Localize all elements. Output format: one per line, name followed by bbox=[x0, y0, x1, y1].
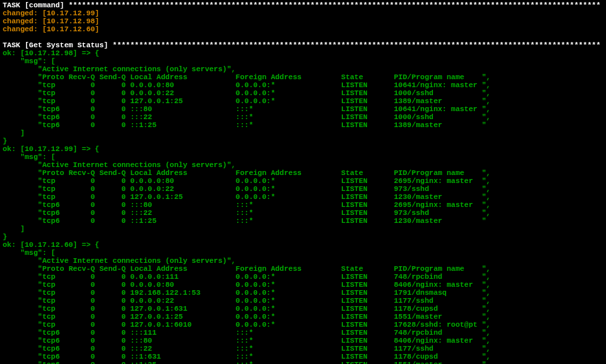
ok-host-line: ok: [10.17.12.60] => { bbox=[3, 241, 99, 249]
msg-close: ] bbox=[3, 225, 25, 233]
ok-host-line: ok: [10.17.12.98] => { bbox=[3, 49, 99, 57]
netstat-row: "tcp 0 0 127.0.0.1:6010 0.0.0.0:* LISTEN… bbox=[3, 321, 491, 329]
netstat-row: "tcp 0 0 0.0.0.0:80 0.0.0.0:* LISTEN 269… bbox=[3, 177, 491, 185]
changed-line: changed: [10.17.12.60] bbox=[3, 25, 99, 33]
netstat-row: "tcp 0 0 127.0.0.1:25 0.0.0.0:* LISTEN 1… bbox=[3, 313, 491, 321]
netstat-header: "Active Internet connections (only serve… bbox=[3, 65, 236, 73]
netstat-columns: "Proto Recv-Q Send-Q Local Address Forei… bbox=[3, 73, 491, 81]
msg-close: ] bbox=[3, 129, 25, 137]
msg-open: "msg": [ bbox=[3, 57, 55, 65]
netstat-columns: "Proto Recv-Q Send-Q Local Address Forei… bbox=[3, 265, 491, 273]
netstat-row: "tcp6 0 0 :::80 :::* LISTEN 2695/nginx: … bbox=[3, 201, 491, 209]
netstat-header: "Active Internet connections (only serve… bbox=[3, 161, 236, 169]
netstat-row: "tcp 0 0 0.0.0.0:80 0.0.0.0:* LISTEN 106… bbox=[3, 81, 491, 89]
netstat-row: "tcp 0 0 0.0.0.0:22 0.0.0.0:* LISTEN 100… bbox=[3, 89, 491, 97]
netstat-row: "tcp 0 0 127.0.0.1:25 0.0.0.0:* LISTEN 1… bbox=[3, 193, 491, 201]
ok-host-line: ok: [10.17.12.99] => { bbox=[3, 145, 99, 153]
task-status-header: TASK [Get System Status] ***************… bbox=[3, 41, 601, 49]
msg-open: "msg": [ bbox=[3, 153, 55, 161]
terminal-output: TASK [command] *************************… bbox=[0, 0, 606, 364]
netstat-row: "tcp6 0 0 ::1:631 :::* LISTEN 1178/cupsd… bbox=[3, 353, 491, 361]
netstat-row: "tcp 0 0 192.168.122.1:53 0.0.0.0:* LIST… bbox=[3, 289, 491, 297]
netstat-row: "tcp 0 0 127.0.0.1:631 0.0.0.0:* LISTEN … bbox=[3, 305, 491, 313]
host-close: } bbox=[3, 137, 7, 145]
netstat-row: "tcp6 0 0 :::22 :::* LISTEN 1000/sshd ", bbox=[3, 113, 491, 121]
netstat-row: "tcp6 0 0 ::1:25 :::* LISTEN 1551/master… bbox=[3, 361, 491, 364]
netstat-row: "tcp 0 0 0.0.0.0:22 0.0.0.0:* LISTEN 117… bbox=[3, 297, 491, 305]
netstat-row: "tcp 0 0 127.0.0.1:25 0.0.0.0:* LISTEN 1… bbox=[3, 97, 491, 105]
netstat-header: "Active Internet connections (only serve… bbox=[3, 257, 236, 265]
netstat-row: "tcp 0 0 0.0.0.0:22 0.0.0.0:* LISTEN 973… bbox=[3, 185, 491, 193]
netstat-row: "tcp6 0 0 ::1:25 :::* LISTEN 1230/master… bbox=[3, 217, 486, 225]
netstat-columns: "Proto Recv-Q Send-Q Local Address Forei… bbox=[3, 169, 491, 177]
task-command-header: TASK [command] *************************… bbox=[3, 1, 601, 9]
netstat-row: "tcp6 0 0 :::22 :::* LISTEN 1177/sshd ", bbox=[3, 345, 491, 353]
netstat-row: "tcp6 0 0 ::1:25 :::* LISTEN 1389/master… bbox=[3, 121, 486, 129]
netstat-row: "tcp6 0 0 :::80 :::* LISTEN 8406/nginx: … bbox=[3, 337, 491, 345]
host-close: } bbox=[3, 233, 7, 241]
netstat-row: "tcp 0 0 0.0.0.0:111 0.0.0.0:* LISTEN 74… bbox=[3, 273, 491, 281]
changed-line: changed: [10.17.12.99] bbox=[3, 9, 99, 17]
changed-line: changed: [10.17.12.98] bbox=[3, 17, 99, 25]
netstat-row: "tcp 0 0 0.0.0.0:80 0.0.0.0:* LISTEN 840… bbox=[3, 281, 491, 289]
netstat-row: "tcp6 0 0 :::111 :::* LISTEN 748/rpcbind… bbox=[3, 329, 491, 337]
netstat-row: "tcp6 0 0 :::22 :::* LISTEN 973/sshd ", bbox=[3, 209, 491, 217]
netstat-row: "tcp6 0 0 :::80 :::* LISTEN 10641/nginx:… bbox=[3, 105, 491, 113]
msg-open: "msg": [ bbox=[3, 249, 55, 257]
